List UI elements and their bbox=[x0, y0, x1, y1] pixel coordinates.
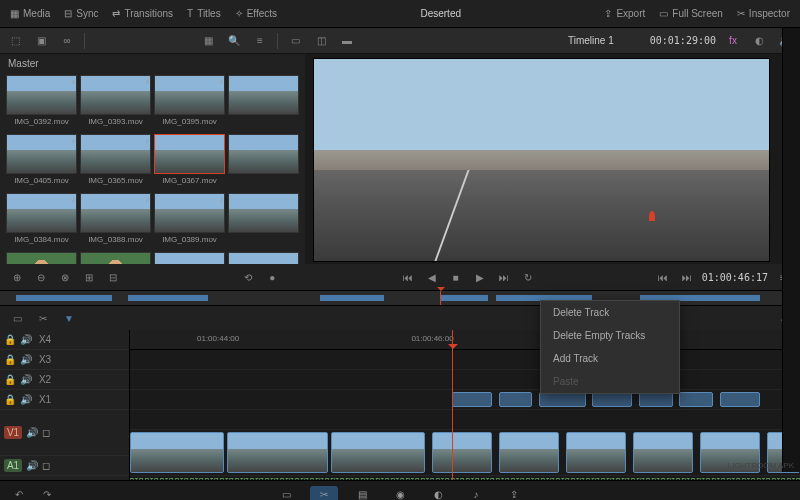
media-clip[interactable] bbox=[228, 193, 299, 249]
append-clip-button[interactable]: ⊞ bbox=[80, 268, 98, 286]
tab-sync[interactable]: ⊟Sync bbox=[64, 8, 98, 19]
track-header-v1[interactable]: V1🔊◻ bbox=[0, 410, 129, 456]
mini-timeline[interactable] bbox=[0, 290, 800, 306]
mute-icon[interactable]: 🔊 bbox=[26, 460, 38, 471]
track-header-x4[interactable]: 🔒🔊X4 bbox=[0, 330, 129, 350]
next-frame-button[interactable]: ⏭ bbox=[495, 268, 513, 286]
clip[interactable] bbox=[499, 392, 533, 407]
play-button[interactable]: ▶ bbox=[471, 268, 489, 286]
media-clip[interactable] bbox=[228, 252, 299, 264]
loop-button[interactable]: ↻ bbox=[519, 268, 537, 286]
clip[interactable] bbox=[639, 392, 673, 407]
time-ruler[interactable]: 01:00:44:00 01:00:46:00 01:00:48:00 bbox=[130, 330, 800, 350]
bin-name[interactable]: Master bbox=[0, 54, 305, 73]
video-clip[interactable] bbox=[130, 432, 224, 473]
clip[interactable] bbox=[720, 392, 760, 407]
video-clip[interactable] bbox=[331, 432, 425, 473]
undo-button[interactable]: ↶ bbox=[10, 486, 28, 501]
page-fairlight[interactable]: ♪ bbox=[462, 486, 490, 501]
lock-icon[interactable]: 🔒 bbox=[4, 354, 16, 365]
prev-edit-button[interactable]: ⏮ bbox=[654, 268, 672, 286]
tab-effects[interactable]: ✧Effects bbox=[235, 8, 277, 19]
lock-icon[interactable]: 🔒 bbox=[4, 374, 16, 385]
media-clip[interactable]: ♪IMG_0395.mov bbox=[154, 75, 225, 131]
media-clip[interactable]: ♪IMG_0405.mov bbox=[6, 134, 77, 190]
next-edit-button[interactable]: ⏭ bbox=[678, 268, 696, 286]
mute-icon[interactable]: 🔊 bbox=[26, 427, 38, 438]
media-clip[interactable] bbox=[154, 252, 225, 264]
mute-icon[interactable]: 🔊 bbox=[20, 374, 32, 385]
cinema-viewer-button[interactable]: ▬ bbox=[338, 32, 356, 50]
search-button[interactable]: 🔍 bbox=[225, 32, 243, 50]
inspector-button[interactable]: ✂Inspector bbox=[737, 8, 790, 19]
solo-icon[interactable]: ◻ bbox=[42, 460, 50, 471]
page-color[interactable]: ◐ bbox=[424, 486, 452, 501]
page-deliver[interactable]: ⇪ bbox=[500, 486, 528, 501]
sort-button[interactable]: ≡ bbox=[251, 32, 269, 50]
ripple-button[interactable]: ⊟ bbox=[104, 268, 122, 286]
stop-button[interactable]: ■ bbox=[447, 268, 465, 286]
track-x2[interactable] bbox=[130, 390, 800, 410]
mute-icon[interactable]: 🔊 bbox=[20, 334, 32, 345]
tab-transitions[interactable]: ⇄Transitions bbox=[112, 8, 173, 19]
page-media[interactable]: ▭ bbox=[272, 486, 300, 501]
page-edit[interactable]: ▤ bbox=[348, 486, 376, 501]
bypass-fx-button[interactable]: fx bbox=[724, 32, 742, 50]
link-button[interactable]: ∞ bbox=[58, 32, 76, 50]
color-scope-button[interactable]: ◐ bbox=[750, 32, 768, 50]
record-vo-button[interactable]: ● bbox=[263, 268, 281, 286]
clip[interactable] bbox=[592, 392, 632, 407]
redo-button[interactable]: ↷ bbox=[38, 486, 56, 501]
clip[interactable] bbox=[452, 392, 492, 407]
track-header-a1[interactable]: A1🔊◻ bbox=[0, 456, 129, 476]
page-cut[interactable]: ✂ bbox=[310, 486, 338, 501]
video-clip[interactable] bbox=[432, 432, 492, 473]
track-x4[interactable] bbox=[130, 350, 800, 370]
marker-button[interactable]: ▼ bbox=[60, 309, 78, 327]
media-clip[interactable]: ♪IMG_0393.mov bbox=[80, 75, 151, 131]
video-clip[interactable] bbox=[566, 432, 626, 473]
mute-icon[interactable]: 🔊 bbox=[20, 394, 32, 405]
blade-tool-button[interactable]: ✂ bbox=[34, 309, 52, 327]
go-start-button[interactable]: ⏮ bbox=[399, 268, 417, 286]
track-header-x2[interactable]: 🔒🔊X2 bbox=[0, 370, 129, 390]
video-clip[interactable] bbox=[633, 432, 693, 473]
media-clip[interactable] bbox=[228, 75, 299, 131]
media-clip[interactable] bbox=[228, 134, 299, 190]
track-header-x1[interactable]: 🔒🔊X1 bbox=[0, 390, 129, 410]
track-header-x3[interactable]: 🔒🔊X3 bbox=[0, 350, 129, 370]
selection-tool-button[interactable]: ▭ bbox=[8, 309, 26, 327]
ctx-add-track[interactable]: Add Track bbox=[541, 347, 679, 370]
tab-media[interactable]: ▦Media bbox=[10, 8, 50, 19]
video-clip[interactable] bbox=[499, 432, 559, 473]
source-tape-button[interactable]: ▭ bbox=[286, 32, 304, 50]
tab-titles[interactable]: TTitles bbox=[187, 8, 221, 19]
playhead[interactable] bbox=[452, 330, 453, 480]
prev-frame-button[interactable]: ◀ bbox=[423, 268, 441, 286]
media-clip[interactable]: ♪IMG_0384.mov bbox=[6, 193, 77, 249]
insert-clip-button[interactable]: ⊕ bbox=[8, 268, 26, 286]
track-x1[interactable] bbox=[130, 410, 800, 430]
media-clip[interactable]: ♪IMG_0365.mov bbox=[80, 134, 151, 190]
clip[interactable] bbox=[539, 392, 586, 407]
ctx-delete-track[interactable]: Delete Track bbox=[541, 301, 679, 324]
dual-viewer-button[interactable]: ◫ bbox=[312, 32, 330, 50]
import-media-button[interactable]: ⬚ bbox=[6, 32, 24, 50]
replace-clip-button[interactable]: ⊗ bbox=[56, 268, 74, 286]
lock-icon[interactable]: 🔒 bbox=[4, 334, 16, 345]
media-clip[interactable]: ♪IMG_0389.mov bbox=[154, 193, 225, 249]
page-fusion[interactable]: ◉ bbox=[386, 486, 414, 501]
export-button[interactable]: ⇪Export bbox=[604, 8, 645, 19]
disable-icon[interactable]: ◻ bbox=[42, 427, 50, 438]
video-clip[interactable] bbox=[227, 432, 328, 473]
lock-icon[interactable]: 🔒 bbox=[4, 394, 16, 405]
bin-button[interactable]: ▣ bbox=[32, 32, 50, 50]
media-clip[interactable]: IMG_0367.mov bbox=[154, 134, 225, 190]
fullscreen-button[interactable]: ▭Full Screen bbox=[659, 8, 723, 19]
media-clip[interactable] bbox=[80, 252, 151, 264]
viewer-canvas[interactable] bbox=[313, 58, 770, 262]
ctx-delete-empty-tracks[interactable]: Delete Empty Tracks bbox=[541, 324, 679, 347]
thumbnail-view-button[interactable]: ▦ bbox=[199, 32, 217, 50]
sync-indicator-button[interactable]: ⟲ bbox=[239, 268, 257, 286]
track-v1[interactable] bbox=[130, 430, 800, 476]
